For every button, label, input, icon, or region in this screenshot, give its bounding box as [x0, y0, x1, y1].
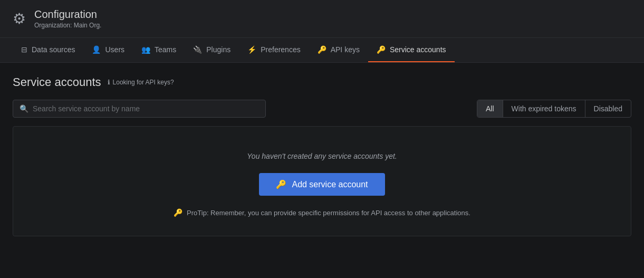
teams-icon: 👥 — [141, 45, 150, 54]
service-account-icon: 🔑 — [377, 45, 386, 54]
search-input[interactable] — [33, 104, 259, 113]
nav-item-plugins[interactable]: 🔌 Plugins — [185, 38, 239, 62]
nav-label-plugins: Plugins — [206, 45, 230, 54]
database-icon: ⊟ — [21, 45, 27, 54]
header-text: Configuration Organization: Main Org. — [34, 8, 101, 29]
filter-buttons: All With expired tokens Disabled — [477, 100, 631, 118]
nav-item-users[interactable]: 👤 Users — [83, 38, 133, 62]
filter-all-button[interactable]: All — [477, 100, 503, 117]
nav-item-service-accounts[interactable]: 🔑 Service accounts — [368, 38, 455, 62]
nav-label-api-keys: API keys — [331, 45, 360, 54]
page-title-row: Service accounts ℹ Looking for API keys? — [13, 75, 631, 89]
protip-icon: 🔑 — [174, 208, 182, 217]
empty-state-card: You haven't created any service accounts… — [13, 126, 631, 236]
nav-item-api-keys[interactable]: 🔑 API keys — [309, 38, 368, 62]
app-header: ⚙ Configuration Organization: Main Org. — [0, 0, 644, 38]
gear-icon: ⚙ — [13, 10, 26, 27]
search-icon: 🔍 — [20, 104, 28, 113]
nav-label-users: Users — [105, 45, 124, 54]
api-keys-link[interactable]: ℹ Looking for API keys? — [108, 79, 174, 86]
api-keys-link-text: Looking for API keys? — [113, 79, 174, 86]
page-title: Service accounts — [13, 75, 101, 89]
main-nav: ⊟ Data sources 👤 Users 👥 Teams 🔌 Plugins… — [0, 38, 644, 63]
org-subtitle: Organization: Main Org. — [34, 22, 101, 29]
nav-item-preferences[interactable]: ⚡ Preferences — [239, 38, 309, 62]
info-icon: ℹ — [108, 79, 110, 86]
empty-message: You haven't created any service accounts… — [247, 152, 397, 160]
filter-disabled-button[interactable]: Disabled — [585, 100, 631, 117]
preferences-icon: ⚡ — [247, 45, 256, 54]
nav-label-data-sources: Data sources — [32, 45, 75, 54]
add-service-account-button[interactable]: 🔑 Add service account — [259, 173, 385, 196]
protip-text: ProTip: Remember, you can provide specif… — [187, 209, 470, 217]
filter-row: 🔍 All With expired tokens Disabled — [13, 100, 631, 118]
protip: 🔑 ProTip: Remember, you can provide spec… — [174, 208, 470, 217]
nav-item-teams[interactable]: 👥 Teams — [133, 38, 185, 62]
nav-item-data-sources[interactable]: ⊟ Data sources — [13, 38, 83, 62]
user-icon: 👤 — [92, 45, 101, 54]
api-key-icon: 🔑 — [318, 45, 326, 54]
filter-expired-button[interactable]: With expired tokens — [503, 100, 585, 117]
add-service-account-label: Add service account — [292, 180, 368, 189]
search-box[interactable]: 🔍 — [13, 100, 266, 118]
main-content: Service accounts ℹ Looking for API keys?… — [0, 63, 644, 249]
nav-label-teams: Teams — [155, 45, 176, 54]
nav-label-service-accounts: Service accounts — [390, 45, 446, 54]
plugins-icon: 🔌 — [193, 45, 202, 54]
key-icon: 🔑 — [276, 179, 286, 189]
nav-label-preferences: Preferences — [261, 45, 300, 54]
app-title: Configuration — [34, 8, 101, 21]
